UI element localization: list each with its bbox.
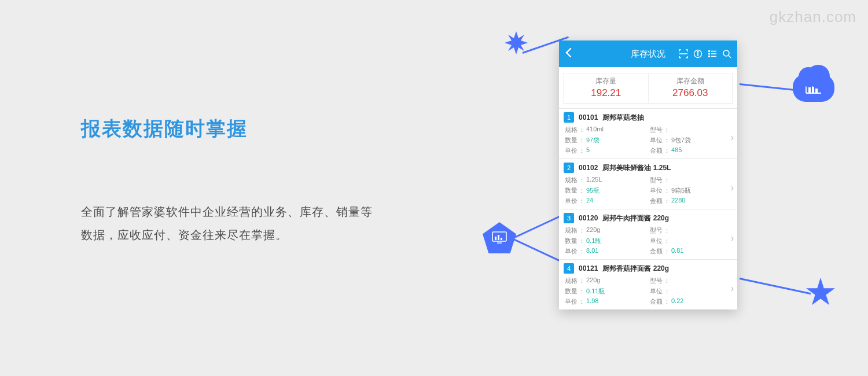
item-field: 单位：9箱5瓶 [650,186,731,195]
item-index-badge: 3 [564,213,574,223]
svg-rect-3 [815,89,818,93]
item-field: 型号： [650,277,731,285]
svg-rect-7 [501,238,502,240]
svg-point-18 [723,50,729,56]
connector-line [512,215,561,239]
item-code: 00120 [579,214,598,222]
monitor-chart-icon [492,231,507,244]
item-field: 单位： [650,287,731,296]
stock-qty-label: 库存量 [564,76,648,86]
svg-rect-6 [498,235,499,240]
list-item[interactable]: 400121厨邦香菇拌面酱 220g规格：220g型号：数量：0.11瓶单位：单… [559,259,737,309]
item-field: 规格：220g [565,277,646,285]
stock-amount-panel[interactable]: 库存金额 2766.03 [649,73,733,103]
scan-icon[interactable] [679,49,688,58]
item-field: 数量：0.11瓶 [565,287,646,296]
inventory-list: 100101厨邦草菇老抽规格：410ml型号：数量：97袋单位：9包7袋单价：5… [559,108,737,309]
item-field: 单位：9包7袋 [650,136,731,145]
svg-point-11 [697,51,698,53]
item-field: 单价：24 [565,197,646,205]
item-field: 金额：2280 [650,197,731,205]
burst-icon [505,31,528,54]
svg-rect-2 [812,85,814,93]
item-field: 单位： [650,237,731,245]
item-index-badge: 2 [564,163,574,173]
search-icon[interactable] [722,49,731,58]
connector-line [740,278,811,294]
list-item[interactable]: 200102厨邦美味鲜酱油 1.25L规格：1.25L型号：数量：95瓶单位：9… [559,158,737,209]
item-field: 型号： [650,126,731,134]
item-code: 00102 [579,164,598,172]
item-field: 型号： [650,226,731,235]
phone-app-preview: 库存状况 库存量 [559,40,737,309]
stock-qty-panel[interactable]: 库存量 192.21 [564,73,649,103]
info-icon[interactable] [693,49,703,58]
watermark: gkzhan.com [770,8,856,26]
svg-rect-5 [495,237,496,240]
svg-marker-0 [505,31,528,54]
item-field: 数量：0.1瓶 [565,237,646,245]
item-name: 厨邦草菇老抽 [602,113,644,123]
item-index-badge: 1 [564,112,574,123]
item-field: 规格：1.25L [565,176,646,185]
svg-rect-1 [808,87,811,93]
svg-line-19 [729,56,731,58]
list-item[interactable]: 100101厨邦草菇老抽规格：410ml型号：数量：97袋单位：9包7袋单价：5… [559,108,737,158]
item-field: 单价：5 [565,146,646,155]
item-field: 数量：95瓶 [565,186,646,195]
app-header: 库存状况 [559,40,737,67]
stock-amount-label: 库存金额 [649,76,733,86]
marketing-text: 报表数据随时掌握 全面了解管家婆软件中企业经营的业务、库存、销量等数据，应收应付… [81,116,382,246]
svg-point-12 [709,51,710,52]
summary-card: 库存量 192.21 库存金额 2766.03 [564,73,733,104]
bar-chart-icon [805,82,822,94]
item-field: 金额：485 [650,146,731,155]
item-code: 00121 [579,264,598,272]
description: 全面了解管家婆软件中企业经营的业务、库存、销量等数据，应收应付、资金往来尽在掌握… [81,200,382,246]
svg-point-16 [709,56,710,57]
stock-qty-value: 192.21 [564,87,648,99]
chevron-right-icon: › [731,283,734,294]
item-name: 厨邦美味鲜酱油 1.25L [602,163,671,173]
item-field: 金额：0.22 [650,297,731,306]
item-name: 厨邦香菇拌面酱 220g [602,264,669,274]
chevron-right-icon: › [731,132,734,143]
list-item[interactable]: 300120厨邦牛肉拌面酱 220g规格：220g型号：数量：0.1瓶单位：单价… [559,209,737,259]
item-field: 单价：1.98 [565,297,646,306]
item-index-badge: 4 [564,263,574,274]
pentagon-icon [483,222,516,253]
connector-line [512,238,561,262]
heading: 报表数据随时掌握 [81,116,382,142]
item-name: 厨邦牛肉拌面酱 220g [602,213,669,223]
item-field: 金额：0.81 [650,247,731,256]
item-field: 规格：410ml [565,126,646,134]
item-code: 00101 [579,113,598,121]
item-field: 型号： [650,176,731,185]
chevron-right-icon: › [731,233,734,244]
chevron-right-icon: › [731,183,734,193]
svg-point-14 [709,53,710,54]
item-field: 规格：220g [565,226,646,235]
stock-amount-value: 2766.03 [649,87,733,99]
cloud-chart-icon [793,74,834,102]
list-icon[interactable] [708,49,717,58]
item-field: 数量：97袋 [565,136,646,145]
item-field: 单价：8.01 [565,247,646,256]
back-button[interactable] [565,47,576,60]
